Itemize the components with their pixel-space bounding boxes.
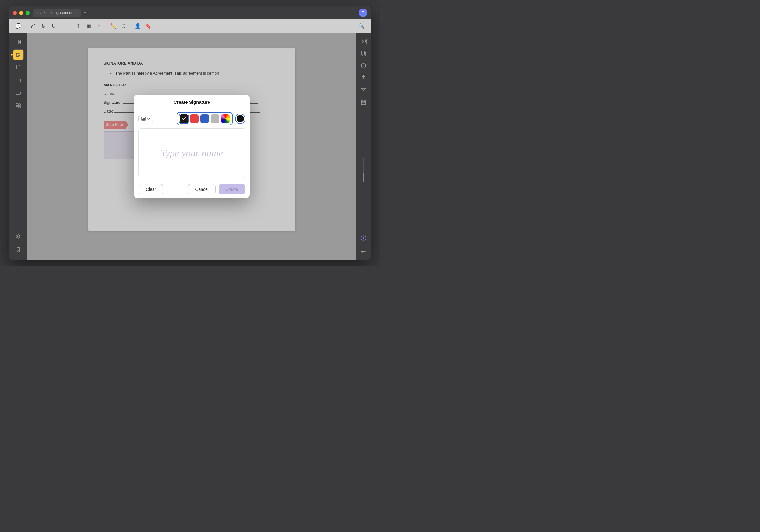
color-red[interactable] xyxy=(190,114,199,123)
color-rainbow[interactable] xyxy=(221,114,230,123)
markup-icon xyxy=(13,50,23,60)
table-icon[interactable]: ▦ xyxy=(84,22,93,31)
close-button[interactable] xyxy=(13,11,17,15)
document-area: SIGNATURE AND DA - The Parties hereby a … xyxy=(27,33,356,260)
svg-point-26 xyxy=(363,237,364,239)
sidebar-layers-icon[interactable] xyxy=(13,231,24,242)
modal-overlay: Create Signature xyxy=(27,33,356,260)
sidebar-panels-icon[interactable] xyxy=(13,36,24,48)
active-dot xyxy=(11,54,13,56)
sidebar-bottom xyxy=(13,231,24,256)
signature-placeholder: Type your name xyxy=(161,147,223,158)
shape-icon[interactable]: ⬡ xyxy=(119,22,128,31)
separator-4 xyxy=(131,23,131,29)
svg-rect-14 xyxy=(142,118,142,119)
text-icon[interactable]: T xyxy=(74,22,83,31)
svg-rect-5 xyxy=(16,79,21,82)
create-signature-modal: Create Signature xyxy=(134,95,250,198)
minimize-button[interactable] xyxy=(19,11,23,15)
svg-rect-10 xyxy=(19,104,21,106)
title-bar: marketing-agreement ✎ + T xyxy=(9,6,371,20)
sidebar-markup-icon[interactable] xyxy=(13,49,24,60)
svg-rect-1 xyxy=(19,40,21,42)
separator-3 xyxy=(106,23,106,29)
modal-title: Create Signature xyxy=(173,100,210,105)
svg-rect-0 xyxy=(16,40,18,44)
color-black[interactable] xyxy=(180,114,188,123)
person-icon[interactable]: 👤 xyxy=(133,22,142,31)
modal-footer: Clear Cancel Create xyxy=(134,180,250,198)
selected-color-preview xyxy=(237,115,244,122)
color-picker-popover xyxy=(177,112,233,125)
export-icon[interactable] xyxy=(359,73,368,83)
selected-color-button[interactable] xyxy=(235,113,245,124)
scroll-thumb[interactable] xyxy=(363,173,364,182)
strikethrough-icon[interactable]: S̶ xyxy=(39,22,48,31)
comment-icon[interactable]: 💬 xyxy=(14,22,23,31)
svg-rect-9 xyxy=(16,104,18,106)
text-box-icon[interactable]: T̲ xyxy=(59,22,69,31)
scroll-track[interactable] xyxy=(363,158,364,182)
tab-label: marketing-agreement xyxy=(37,11,72,15)
save-icon[interactable] xyxy=(359,97,368,107)
svg-rect-20 xyxy=(361,51,364,55)
separator-2 xyxy=(71,23,71,29)
user-avatar: T xyxy=(359,9,367,17)
svg-rect-17 xyxy=(142,119,145,120)
color-gray[interactable] xyxy=(211,114,219,123)
clear-button[interactable]: Clear xyxy=(139,184,163,195)
modal-header: Create Signature xyxy=(134,95,250,109)
highlight-icon[interactable]: 🖊 xyxy=(28,22,37,31)
color-controls xyxy=(177,112,245,125)
svg-rect-24 xyxy=(362,103,365,104)
sidebar-pages-icon[interactable] xyxy=(13,62,24,73)
tab-area: marketing-agreement ✎ + xyxy=(33,9,87,17)
sidebar-bookmark-icon[interactable] xyxy=(13,244,24,255)
sidebar-organize-icon[interactable] xyxy=(13,101,24,111)
modal-toolbar xyxy=(134,109,250,128)
cancel-button[interactable]: Cancel xyxy=(188,184,215,195)
send-icon[interactable] xyxy=(359,85,368,95)
underline-icon[interactable]: U xyxy=(49,22,58,31)
traffic-lights xyxy=(13,11,29,15)
left-sidebar xyxy=(9,33,27,260)
svg-rect-15 xyxy=(143,118,144,119)
chevron-down-icon xyxy=(147,118,150,120)
extract-pages-icon[interactable] xyxy=(359,49,368,59)
search-icon[interactable]: 🔍 xyxy=(357,22,366,31)
footer-right-buttons: Cancel Create xyxy=(188,184,245,195)
sidebar-forms-icon[interactable] xyxy=(13,75,24,86)
svg-rect-4 xyxy=(17,66,20,70)
svg-rect-16 xyxy=(144,118,145,119)
scrollbar-area xyxy=(363,110,364,231)
toolbar: 💬 🖊 S̶ U T̲ T ▦ ≡ ✏️ ⬡ 👤 🔖 🔍 xyxy=(9,20,371,33)
create-button[interactable]: Create xyxy=(218,184,245,195)
svg-rect-21 xyxy=(361,88,366,92)
chat-icon[interactable] xyxy=(359,245,368,255)
security-icon[interactable] xyxy=(359,61,368,70)
new-tab-button[interactable]: + xyxy=(83,10,87,16)
document-tab[interactable]: marketing-agreement ✎ xyxy=(33,9,81,17)
ocr-icon[interactable]: OCR xyxy=(359,36,368,46)
edit-icon[interactable]: ✎ xyxy=(74,11,77,15)
maximize-button[interactable] xyxy=(25,11,29,15)
draw-icon[interactable]: ✏️ xyxy=(109,22,118,31)
color-blue[interactable] xyxy=(200,114,209,123)
right-sidebar-bottom xyxy=(359,233,368,256)
separator-1 xyxy=(25,23,26,29)
app-window: marketing-agreement ✎ + T 💬 🖊 S̶ U T̲ T … xyxy=(9,6,371,260)
keyboard-icon xyxy=(141,116,146,121)
integrations-icon[interactable] xyxy=(359,233,368,243)
svg-rect-27 xyxy=(361,248,366,251)
sidebar-redact-icon[interactable] xyxy=(13,88,24,99)
stamp-icon[interactable]: 🔖 xyxy=(144,22,153,31)
right-sidebar: OCR xyxy=(356,33,371,260)
list-icon[interactable]: ≡ xyxy=(94,22,104,31)
input-type-selector[interactable] xyxy=(138,115,153,122)
svg-rect-12 xyxy=(19,106,21,108)
svg-rect-23 xyxy=(362,100,365,102)
checkmark-icon xyxy=(182,116,186,121)
svg-text:OCR: OCR xyxy=(362,40,366,43)
signature-input-area[interactable]: Type your name xyxy=(138,128,245,177)
svg-rect-2 xyxy=(19,42,21,44)
